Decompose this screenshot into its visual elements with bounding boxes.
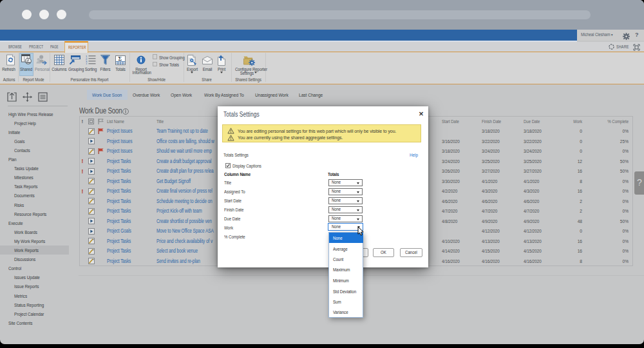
svg-text:4: 4: [86, 63, 88, 65]
svg-text:Σ: Σ: [118, 55, 122, 62]
